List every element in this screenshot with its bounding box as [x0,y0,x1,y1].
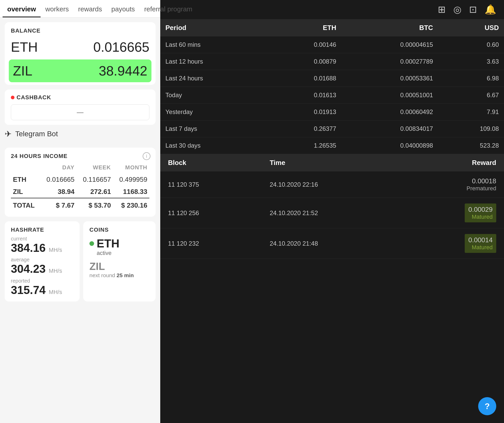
coins-title: COINS [89,226,149,233]
income-total-coin: TOTAL [11,198,40,212]
zil-coin-label: ZIL [13,63,32,79]
bottom-section: HASHRATE current 384.16 MH/s average 304… [5,221,156,301]
eth-balance-row: ETH 0.016665 [11,37,149,57]
block-reward: 0.00029 Matured [401,198,504,228]
hashrate-average-label: average [11,257,73,263]
eth-coin-label: ETH [11,39,38,55]
period-cell: Today [160,87,268,104]
income-title: 24 HOURS INCOME [11,153,149,160]
eth-active-dot [89,241,94,246]
eth-coin-status: active [89,250,149,256]
earnings-col-btc: BTC [341,19,438,36]
coin-item-eth[interactable]: ETH active [89,237,149,256]
tab-referral[interactable]: referral program [140,0,197,17]
eth-cell: 0.01613 [268,87,341,104]
period-cell: Last 60 mins [160,36,268,53]
block-reward: 0.00014 Matured [401,228,504,259]
income-total-week: $ 53.70 [77,198,113,212]
income-col-month: MONTH [113,163,149,173]
btc-cell: 0.00060492 [341,104,438,120]
hashrate-reported-unit: MH/s [49,289,62,295]
usd-cell: 6.67 [438,87,504,104]
coins-card: COINS ETH active ZIL next round 25 min [83,221,156,301]
period-cell: Last 30 days [160,137,268,154]
table-row: 11 120 256 24.10.2020 21:52 0.00029 Matu… [160,198,504,228]
eth-cell: 0.00146 [268,36,341,53]
block-number: 11 120 256 [160,198,262,228]
income-row-zil: ZIL 38.94 272.61 1168.33 [11,186,149,198]
btc-cell: 0.00051001 [341,87,438,104]
tab-rewards[interactable]: rewards [73,0,106,17]
hashrate-title: HASHRATE [11,226,73,233]
tab-workers[interactable]: workers [41,0,73,17]
tab-payouts[interactable]: payouts [107,0,140,17]
telegram-icon: ✈ [5,129,12,139]
income-eth-week: 0.116657 [77,173,113,186]
table-row: Yesterday 0.01913 0.00060492 7.91 [160,104,504,120]
period-cell: Last 12 hours [160,53,268,70]
telegram-row[interactable]: ✈ Telegram Bot [0,125,160,143]
question-icon: ? [485,402,490,411]
tab-overview[interactable]: overview [3,0,41,17]
layers-icon[interactable]: ⊞ [438,4,446,15]
telegram-label: Telegram Bot [15,130,58,138]
usd-cell: 6.98 [438,70,504,87]
hashrate-reported-label: reported [11,278,73,284]
table-row: Last 30 days 1.26535 0.04000898 523.28 [160,137,504,154]
period-cell: Yesterday [160,104,268,120]
usd-cell: 3.63 [438,53,504,70]
balance-label: BALANCE [11,27,149,34]
fab-button[interactable]: ? [478,397,496,415]
btc-cell: 0.00053361 [341,70,438,87]
earnings-col-period: Period [160,19,268,36]
eth-cell: 1.26535 [268,137,341,154]
eth-balance-amount: 0.016665 [93,39,149,55]
income-eth-month: 0.499959 [113,173,149,186]
eth-coin-name: ETH [97,237,119,250]
table-row: Last 7 days 0.26377 0.00834017 109.08 [160,120,504,137]
income-total-day: $ 7.67 [40,198,77,212]
period-cell: Last 7 days [160,120,268,137]
btc-cell: 0.00834017 [341,120,438,137]
income-col-coin [11,163,40,173]
info-icon[interactable]: i [143,152,150,160]
cashback-input[interactable] [11,104,149,120]
block-number: 11 120 375 [160,171,262,198]
usd-cell: 109.08 [438,120,504,137]
hashrate-current-label: current [11,236,73,242]
hashrate-current-value: 384.16 MH/s [11,242,73,254]
bell-icon[interactable]: 🔔 [485,4,496,15]
blocks-table: Block Time Reward 11 120 375 24.10.2020 … [160,154,504,259]
cashback-label: CASHBACK [11,94,149,101]
left-panel: overview workers rewards payouts referra… [0,0,160,423]
table-row: Last 24 hours 0.01688 0.00053361 6.98 [160,70,504,87]
block-number: 11 120 232 [160,228,262,259]
folder-icon[interactable]: ⊡ [469,4,477,15]
table-row: Today 0.01613 0.00051001 6.67 [160,87,504,104]
income-col-week: WEEK [77,163,113,173]
usd-cell: 0.60 [438,36,504,53]
income-eth-coin: ETH [11,173,40,186]
right-header: ⊞ ◎ ⊡ 🔔 [160,0,504,19]
usd-cell: 7.91 [438,104,504,120]
table-row: Last 60 mins 0.00146 0.00004615 0.60 [160,36,504,53]
block-time: 24.10.2020 21:48 [262,228,401,259]
coin-item-zil[interactable]: ZIL next round 25 min [89,261,149,278]
income-table: DAY WEEK MONTH ETH 0.016665 0.116657 0.4… [11,163,149,212]
eth-cell: 0.26377 [268,120,341,137]
balance-card: BALANCE ETH 0.016665 ZIL 38.9442 [5,22,156,85]
blocks-col-reward: Reward [401,154,504,171]
income-eth-day: 0.016665 [40,173,77,186]
eth-cell: 0.01913 [268,104,341,120]
earnings-col-usd: USD [438,19,504,36]
zil-next-round: next round 25 min [89,272,149,278]
eth-cell: 0.01688 [268,70,341,87]
income-row-eth: ETH 0.016665 0.116657 0.499959 [11,173,149,186]
coin-eth-name-row: ETH [89,237,149,250]
btc-cell: 0.04000898 [341,137,438,154]
zil-balance-amount: 38.9442 [99,63,147,79]
income-row-total: TOTAL $ 7.67 $ 53.70 $ 230.16 [11,198,149,212]
income-zil-day: 38.94 [40,186,77,198]
circle-arrows-icon[interactable]: ◎ [453,4,461,15]
blocks-col-time: Time [262,154,401,171]
